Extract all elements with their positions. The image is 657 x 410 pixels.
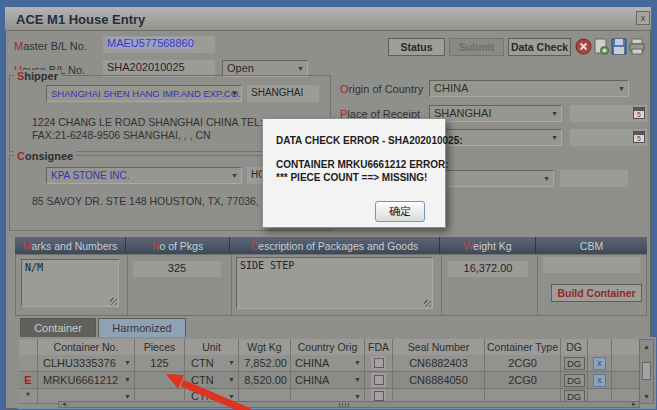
place-of-receipt-select[interactable]: SHANGHAI▼ bbox=[429, 105, 562, 122]
close-icon[interactable]: x bbox=[636, 11, 650, 25]
consignee-right-select[interactable]: ▼ bbox=[440, 170, 554, 187]
shipper-legend: Shipper bbox=[14, 70, 61, 82]
cell-container-no[interactable]: MRKU6661212▼ bbox=[38, 372, 135, 389]
cell-unit[interactable]: CTN▼ bbox=[185, 372, 239, 389]
calendar-icon[interactable]: 5 bbox=[633, 107, 645, 119]
tab-container[interactable]: Container bbox=[20, 318, 96, 338]
master-bl-input[interactable]: MAEU577568860 bbox=[103, 36, 215, 53]
col-unit: Unit bbox=[185, 339, 239, 356]
origin-country-select[interactable]: CHINA▼ bbox=[429, 80, 629, 97]
cell-unit[interactable]: CTN▼ bbox=[185, 355, 239, 372]
chevron-down-icon: ▼ bbox=[551, 134, 558, 142]
cargo-header-row: Marks and Numbers No of Pkgs Description… bbox=[15, 237, 647, 254]
cell-type[interactable]: 2CG0 bbox=[485, 372, 561, 389]
col-flag bbox=[19, 339, 38, 356]
chevron-down-icon: ▼ bbox=[231, 172, 238, 180]
cancel-icon[interactable] bbox=[575, 38, 592, 55]
cell-country[interactable]: CHINA▼ bbox=[291, 355, 365, 372]
scroll-up-icon[interactable]: ▲ bbox=[640, 342, 653, 351]
table-row[interactable]: E MRKU6661212▼ CTN▼ 8,520.00 CHINA▼ CN68… bbox=[19, 372, 640, 389]
receipt-date-input[interactable]: 5 bbox=[570, 105, 647, 122]
tab-harmonized[interactable]: Harmonized bbox=[98, 318, 186, 338]
horizontal-scrollbar[interactable]: ◄ ► bbox=[58, 401, 640, 408]
cell-pieces-missing[interactable] bbox=[135, 372, 185, 389]
scroll-left-icon[interactable]: ◄ bbox=[61, 401, 67, 407]
print-icon[interactable] bbox=[629, 38, 645, 55]
table-row[interactable]: CLHU3335376▼ 125 CTN▼ 7,852.00 CHINA▼ CN… bbox=[19, 355, 640, 372]
resize-grip-icon[interactable] bbox=[110, 298, 117, 305]
dg-button[interactable]: DG bbox=[564, 357, 585, 370]
col-container-no: Container No. bbox=[38, 339, 135, 356]
ok-button[interactable]: 确定 bbox=[375, 201, 425, 222]
dg-button[interactable]: DG bbox=[564, 374, 585, 387]
scroll-right-icon[interactable]: ► bbox=[631, 401, 637, 407]
description-textarea[interactable]: SIDE STEP bbox=[236, 257, 433, 309]
submit-button[interactable]: Submit bbox=[449, 38, 504, 56]
shipper-address-line1: 1224 CHANG LE ROAD SHANGHAI CHINA TEL:21… bbox=[32, 116, 278, 128]
cell-seal[interactable]: CN6884050 bbox=[393, 372, 485, 389]
vertical-scrollbar[interactable]: ▲ ▼ bbox=[639, 339, 654, 404]
marks-textarea[interactable]: N/M bbox=[21, 259, 119, 307]
chevron-down-icon: ▼ bbox=[124, 393, 131, 401]
page-title: ACE M1 House Entry bbox=[16, 12, 145, 27]
fda-checkbox[interactable] bbox=[374, 358, 384, 368]
chevron-down-icon: ▼ bbox=[124, 359, 131, 367]
error-flag: E bbox=[19, 372, 38, 389]
save-icon[interactable] bbox=[611, 38, 627, 55]
pkgs-input[interactable]: 325 bbox=[133, 261, 221, 277]
chevron-down-icon: ▼ bbox=[551, 110, 558, 118]
master-bl-value: MAEU577568860 bbox=[107, 37, 194, 49]
secondary-date-input[interactable]: 5 bbox=[570, 129, 647, 146]
cell-seal[interactable]: CN6882403 bbox=[393, 355, 485, 372]
chevron-down-icon: ▼ bbox=[231, 90, 238, 98]
shipper-city-input[interactable]: SHANGHAI bbox=[247, 85, 319, 102]
data-check-button[interactable]: Data Check bbox=[508, 38, 571, 56]
cargo-header-weight: Weight Kg bbox=[440, 237, 536, 254]
consignee-legend: Consignee bbox=[14, 150, 76, 162]
cargo-header-description: Description of Packages and Goods bbox=[230, 237, 440, 254]
cbm-input[interactable] bbox=[543, 257, 640, 273]
new-document-icon[interactable] bbox=[594, 38, 609, 55]
chevron-down-icon: ▼ bbox=[124, 376, 131, 384]
col-dg: DG bbox=[561, 339, 588, 356]
col-country-orig: Country Orig bbox=[291, 339, 365, 356]
chevron-down-icon: ▼ bbox=[354, 393, 361, 401]
fda-checkbox[interactable] bbox=[374, 391, 384, 401]
shipper-name-select[interactable]: SHANGHAI SHEN HANG IMP.AND EXP.CO.,LTD▼ bbox=[46, 85, 242, 102]
origin-country-label: Origin of Country bbox=[340, 83, 423, 95]
col-container-type: Container Type bbox=[485, 339, 561, 356]
dialog-error-line2: *** PIECE COUNT ==> MISSING! bbox=[276, 172, 427, 183]
col-fda: FDA bbox=[365, 339, 393, 356]
consignee-right-input[interactable] bbox=[560, 170, 628, 187]
status-button[interactable]: Status bbox=[388, 38, 445, 56]
app-window: ACE M1 House Entry x Master B/L No. MAEU… bbox=[0, 0, 657, 410]
delete-row-icon[interactable]: x bbox=[593, 374, 606, 387]
chevron-down-icon: ▼ bbox=[297, 65, 304, 73]
delete-row-icon[interactable]: x bbox=[593, 357, 606, 370]
scroll-down-icon[interactable]: ▼ bbox=[640, 392, 653, 401]
data-check-error-dialog: DATA CHECK ERROR - SHA202010025: CONTAIN… bbox=[262, 118, 446, 228]
consignee-name-select[interactable]: KPA STONE INC.▼ bbox=[46, 167, 242, 184]
resize-grip-icon[interactable] bbox=[424, 300, 431, 307]
cell-country[interactable]: CHINA▼ bbox=[291, 372, 365, 389]
col-pieces: Pieces bbox=[135, 339, 185, 356]
cell-pieces[interactable]: 125 bbox=[135, 355, 185, 372]
build-container-button[interactable]: Build Container bbox=[551, 284, 642, 302]
fda-checkbox[interactable] bbox=[374, 375, 384, 385]
cell-container-no[interactable]: CLHU3335376▼ bbox=[38, 355, 135, 372]
cargo-header-pkgs: No of Pkgs bbox=[126, 237, 230, 254]
cell-wgt-kg[interactable]: 7,852.00 bbox=[239, 355, 291, 372]
scrollbar-grip[interactable] bbox=[339, 403, 351, 407]
cell-wgt-kg[interactable]: 8,520.00 bbox=[239, 372, 291, 389]
cargo-header-cbm: CBM bbox=[536, 237, 647, 254]
table-header-row: Container No. Pieces Unit Wgt Kg Country… bbox=[19, 339, 640, 356]
weight-input[interactable]: 16,372.00 bbox=[448, 261, 528, 277]
master-bl-label: Master B/L No. bbox=[14, 40, 87, 52]
chevron-down-icon: ▼ bbox=[618, 85, 625, 93]
calendar-icon[interactable]: 5 bbox=[633, 131, 645, 143]
scrollbar-thumb[interactable] bbox=[642, 362, 651, 380]
cell-type[interactable]: 2CG0 bbox=[485, 355, 561, 372]
col-wgt-kg: Wgt Kg bbox=[239, 339, 291, 356]
chevron-down-icon: ▼ bbox=[354, 359, 361, 367]
cargo-header-marks: Marks and Numbers bbox=[15, 237, 126, 254]
